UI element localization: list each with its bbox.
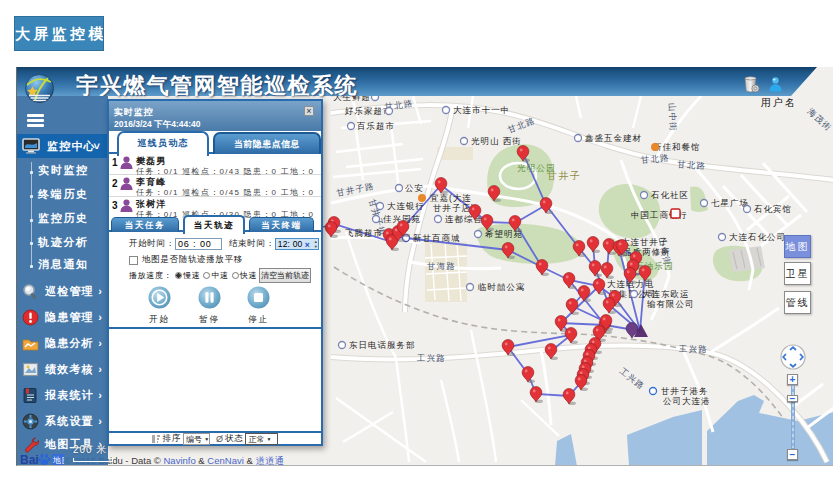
svg-text:大连银行: 大连银行 [387, 201, 425, 211]
svg-text:大连市十一中: 大连市十一中 [453, 105, 510, 115]
svg-text:甘井子店): 甘井子店) [433, 203, 475, 213]
svg-text:大连石化公司: 大连石化公司 [729, 232, 786, 242]
svg-text:石化宾馆: 石化宾馆 [754, 204, 792, 214]
svg-text:临时囍公寓: 临时囍公寓 [478, 282, 526, 292]
svg-text:宜嘉(大连: 宜嘉(大连 [430, 193, 472, 203]
svg-text:公安: 公安 [405, 183, 424, 193]
svg-text:甘井子港务: 甘井子港务 [661, 386, 709, 396]
svg-text:石化社区: 石化社区 [651, 190, 689, 200]
svg-text:甘北路: 甘北路 [677, 159, 707, 171]
svg-text:输有限公司: 输有限公司 [646, 299, 695, 309]
svg-text:新佳和餐馆: 新佳和餐馆 [653, 142, 701, 152]
svg-text:光明山 西街: 光明山 西街 [471, 136, 522, 146]
svg-text:百乐超市: 百乐超市 [357, 121, 395, 131]
svg-text:东日电话服务部: 东日电话服务部 [349, 340, 416, 350]
svg-text:地图: 地图 [52, 456, 64, 465]
svg-text:大连东欧运: 大连东欧运 [642, 289, 690, 299]
svg-text:工兴路: 工兴路 [416, 353, 446, 363]
svg-text:新甘百商城: 新甘百商城 [413, 233, 461, 243]
svg-text:甘井子: 甘井子 [547, 170, 582, 181]
svg-text:山中街: 山中街 [667, 103, 679, 133]
svg-text:Bai: Bai [20, 453, 39, 466]
svg-text:七星广场: 七星广场 [711, 198, 749, 208]
svg-text:甘海路: 甘海路 [427, 261, 456, 271]
svg-text:鑫盛五金建材: 鑫盛五金建材 [585, 133, 642, 143]
svg-text:工兴路: 工兴路 [678, 344, 708, 354]
svg-text:飞腾超市: 飞腾超市 [345, 228, 383, 238]
svg-text:公司大连港: 公司大连港 [663, 396, 711, 406]
